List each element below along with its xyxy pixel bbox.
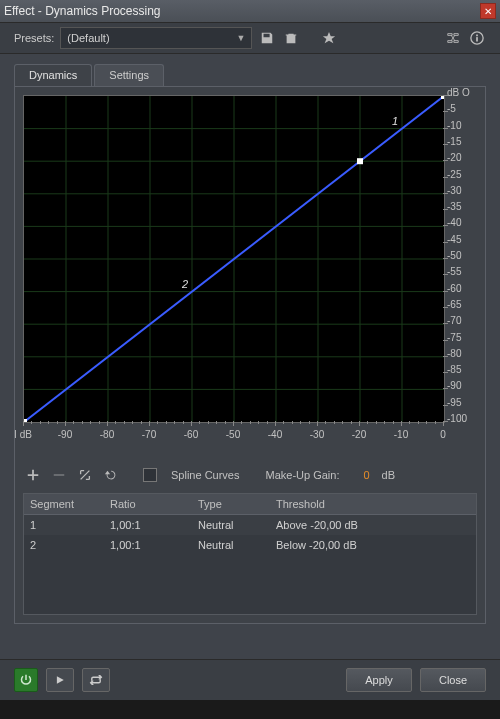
window-title: Effect - Dynamics Processing [4, 4, 480, 18]
info-icon[interactable] [468, 29, 486, 47]
spline-checkbox[interactable] [143, 468, 157, 482]
col-ratio[interactable]: Ratio [104, 498, 192, 510]
preset-bar: Presets: (Default) ▼ [0, 23, 500, 54]
favorite-icon[interactable] [320, 29, 338, 47]
close-icon[interactable]: ✕ [480, 3, 496, 19]
col-segment[interactable]: Segment [24, 498, 104, 510]
svg-rect-26 [54, 474, 65, 476]
loop-button[interactable] [82, 668, 110, 692]
save-preset-icon[interactable] [258, 29, 276, 47]
col-threshold[interactable]: Threshold [270, 498, 476, 510]
transfer-graph[interactable]: 12 [23, 95, 445, 423]
preset-select[interactable]: (Default) ▼ [60, 27, 252, 49]
play-button[interactable] [46, 668, 74, 692]
preset-selected: (Default) [67, 32, 109, 44]
col-type[interactable]: Type [192, 498, 270, 510]
apply-button[interactable]: Apply [346, 668, 412, 692]
tab-dynamics[interactable]: Dynamics [14, 64, 92, 86]
graph-toolbar: Spline Curves Make-Up Gain: 0 dB [23, 463, 477, 487]
svg-text:2: 2 [181, 278, 188, 290]
svg-rect-2 [476, 35, 478, 37]
tab-strip: Dynamics Settings [14, 64, 486, 86]
reset-icon[interactable] [103, 467, 119, 483]
remove-point-icon[interactable] [51, 467, 67, 483]
delete-preset-icon[interactable] [282, 29, 300, 47]
table-row[interactable]: 11,00:1NeutralAbove -20,00 dB [24, 515, 476, 535]
x-axis-labels: I dB-90-80-70-60-50-40-30-20-100 [23, 429, 443, 443]
makeup-gain-value[interactable]: 0 [363, 469, 369, 481]
chevron-down-icon: ▼ [236, 33, 245, 43]
table-body: 11,00:1NeutralAbove -20,00 dB21,00:1Neut… [24, 515, 476, 555]
table-row[interactable]: 21,00:1NeutralBelow -20,00 dB [24, 535, 476, 555]
close-button[interactable]: Close [420, 668, 486, 692]
x-ticks [23, 421, 443, 427]
power-button[interactable] [14, 668, 38, 692]
table-header: Segment Ratio Type Threshold [24, 494, 476, 515]
footer: Apply Close [0, 659, 500, 700]
svg-rect-1 [476, 37, 478, 41]
graph-area: 12 dB O-5-10-15-20-25-30-35-40-45-50-55-… [23, 95, 479, 457]
channel-map-icon[interactable] [444, 29, 462, 47]
main-body: Dynamics Settings 12 dB O-5-10-15-20-25-… [0, 54, 500, 659]
spline-label: Spline Curves [171, 469, 239, 481]
invert-icon[interactable] [77, 467, 93, 483]
dynamics-panel: 12 dB O-5-10-15-20-25-30-35-40-45-50-55-… [14, 86, 486, 624]
makeup-gain-unit: dB [382, 469, 395, 481]
makeup-gain-label: Make-Up Gain: [265, 469, 339, 481]
svg-rect-22 [357, 158, 363, 164]
presets-label: Presets: [14, 32, 54, 44]
segments-table: Segment Ratio Type Threshold 11,00:1Neut… [23, 493, 477, 615]
tab-settings[interactable]: Settings [94, 64, 164, 86]
add-point-icon[interactable] [25, 467, 41, 483]
svg-text:1: 1 [392, 115, 398, 127]
titlebar: Effect - Dynamics Processing ✕ [0, 0, 500, 23]
